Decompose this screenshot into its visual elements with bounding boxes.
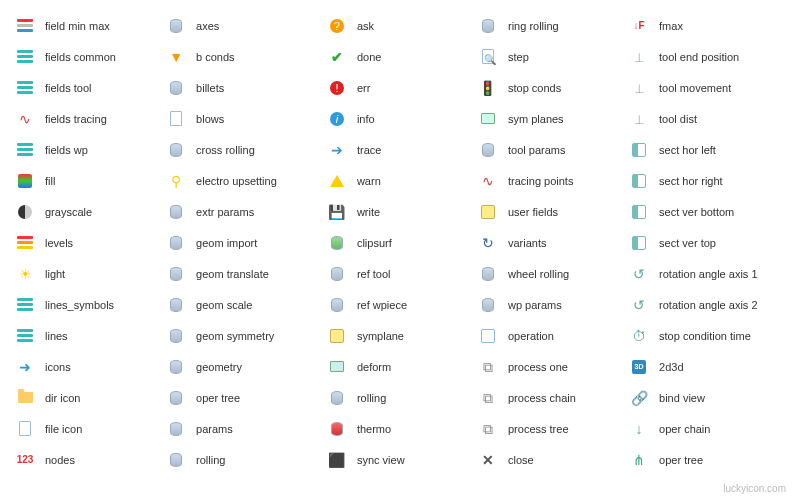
icon-item[interactable]: ↺rotation angle axis 1 (629, 258, 785, 289)
icon-item[interactable]: rolling (166, 444, 327, 475)
lines-symbols-icon (15, 295, 35, 315)
icon-item[interactable]: geometry (166, 351, 327, 382)
icon-item[interactable]: fill (15, 165, 166, 196)
icon-item[interactable]: field min max (15, 10, 166, 41)
icon-item[interactable]: params (166, 413, 327, 444)
icon-item[interactable]: ?ask (327, 10, 478, 41)
icons-icon: ➜ (15, 357, 35, 377)
tracing-points-icon: ∿ (478, 171, 498, 191)
column-1: field min maxfields commonfields tool∿fi… (15, 10, 166, 475)
icon-item[interactable]: user fields (478, 196, 629, 227)
icon-item[interactable]: ∿fields tracing (15, 103, 166, 134)
fields-common-icon (15, 47, 35, 67)
icon-item[interactable]: ☀light (15, 258, 166, 289)
oper-tree-icon (166, 388, 186, 408)
sect-hor-left-icon (629, 140, 649, 160)
rolling-2-icon (327, 388, 347, 408)
lines-icon (15, 326, 35, 346)
icon-item[interactable]: ∿tracing points (478, 165, 629, 196)
icon-item[interactable]: ↓Ffmax (629, 10, 785, 41)
icon-item[interactable]: wp params (478, 289, 629, 320)
dir-icon (15, 388, 35, 408)
icon-item[interactable]: 3D2d3d (629, 351, 785, 382)
tool-end-position-icon: ⟂ (629, 47, 649, 67)
icon-item[interactable]: lines (15, 320, 166, 351)
icon-item[interactable]: fields common (15, 41, 166, 72)
icon-label: oper chain (659, 423, 710, 435)
icon-item[interactable]: ⟂tool end position (629, 41, 785, 72)
icon-item[interactable]: ↺rotation angle axis 2 (629, 289, 785, 320)
icon-label: user fields (508, 206, 558, 218)
icon-item[interactable]: 🔗bind view (629, 382, 785, 413)
ref-wpiece-icon (327, 295, 347, 315)
icon-item[interactable]: ➜icons (15, 351, 166, 382)
icon-item[interactable]: ⚲electro upsetting (166, 165, 327, 196)
icon-item[interactable]: geom import (166, 227, 327, 258)
icon-item[interactable]: extr params (166, 196, 327, 227)
icon-item[interactable]: geom scale (166, 289, 327, 320)
icon-item[interactable]: ref tool (327, 258, 478, 289)
icon-item[interactable]: deform (327, 351, 478, 382)
icon-item[interactable]: lines_symbols (15, 289, 166, 320)
icon-item[interactable]: oper tree (166, 382, 327, 413)
icon-item[interactable]: axes (166, 10, 327, 41)
icon-item[interactable]: ✕close (478, 444, 629, 475)
icon-item[interactable]: ⧉process chain (478, 382, 629, 413)
icon-item[interactable]: thermo (327, 413, 478, 444)
icon-item[interactable]: cross rolling (166, 134, 327, 165)
icon-item[interactable]: ⟂tool movement (629, 72, 785, 103)
icon-item[interactable]: sym planes (478, 103, 629, 134)
icon-item[interactable]: ↻variants (478, 227, 629, 258)
icon-item[interactable]: symplane (327, 320, 478, 351)
icon-item[interactable]: ➔trace (327, 134, 478, 165)
icon-item[interactable]: geom translate (166, 258, 327, 289)
icon-item[interactable]: sect hor right (629, 165, 785, 196)
icon-item[interactable]: ⏱stop condition time (629, 320, 785, 351)
icon-item[interactable]: geom symmetry (166, 320, 327, 351)
icon-item[interactable]: clipsurf (327, 227, 478, 258)
icon-item[interactable]: ⋔oper tree (629, 444, 785, 475)
err-icon: ! (327, 78, 347, 98)
icon-item[interactable]: ▼b conds (166, 41, 327, 72)
icon-item[interactable]: 🔍step (478, 41, 629, 72)
icon-label: bind view (659, 392, 705, 404)
icon-item[interactable]: rolling (327, 382, 478, 413)
icon-item[interactable]: ↓oper chain (629, 413, 785, 444)
icon-item[interactable]: levels (15, 227, 166, 258)
icon-item[interactable]: tool params (478, 134, 629, 165)
icon-item[interactable]: ⬛sync view (327, 444, 478, 475)
icon-item[interactable]: ⟂tool dist (629, 103, 785, 134)
icon-item[interactable]: !err (327, 72, 478, 103)
icon-item[interactable]: ring rolling (478, 10, 629, 41)
icon-item[interactable]: ⧉process one (478, 351, 629, 382)
icon-item[interactable]: ⧉process tree (478, 413, 629, 444)
icon-item[interactable]: file icon (15, 413, 166, 444)
icon-item[interactable]: 💾write (327, 196, 478, 227)
icon-label: warn (357, 175, 381, 187)
icon-item[interactable]: fields wp (15, 134, 166, 165)
icon-label: electro upsetting (196, 175, 277, 187)
icon-item[interactable]: grayscale (15, 196, 166, 227)
icon-label: tool end position (659, 51, 739, 63)
icon-item[interactable]: fields tool (15, 72, 166, 103)
icon-label: ask (357, 20, 374, 32)
icon-item[interactable]: billets (166, 72, 327, 103)
icon-item[interactable]: dir icon (15, 382, 166, 413)
icon-item[interactable]: ✔done (327, 41, 478, 72)
icon-item[interactable]: wheel rolling (478, 258, 629, 289)
icon-item[interactable]: blows (166, 103, 327, 134)
operation-icon (478, 326, 498, 346)
icon-label: err (357, 82, 370, 94)
icon-item[interactable]: sect hor left (629, 134, 785, 165)
fields-wp-icon (15, 140, 35, 160)
icon-item[interactable]: warn (327, 165, 478, 196)
icon-label: fmax (659, 20, 683, 32)
icon-item[interactable]: iinfo (327, 103, 478, 134)
icon-item[interactable]: 🚦stop conds (478, 72, 629, 103)
icon-item[interactable]: sect ver top (629, 227, 785, 258)
icon-item[interactable]: ref wpiece (327, 289, 478, 320)
icon-item[interactable]: operation (478, 320, 629, 351)
icon-label: symplane (357, 330, 404, 342)
icon-item[interactable]: 123nodes (15, 444, 166, 475)
icon-item[interactable]: sect ver bottom (629, 196, 785, 227)
